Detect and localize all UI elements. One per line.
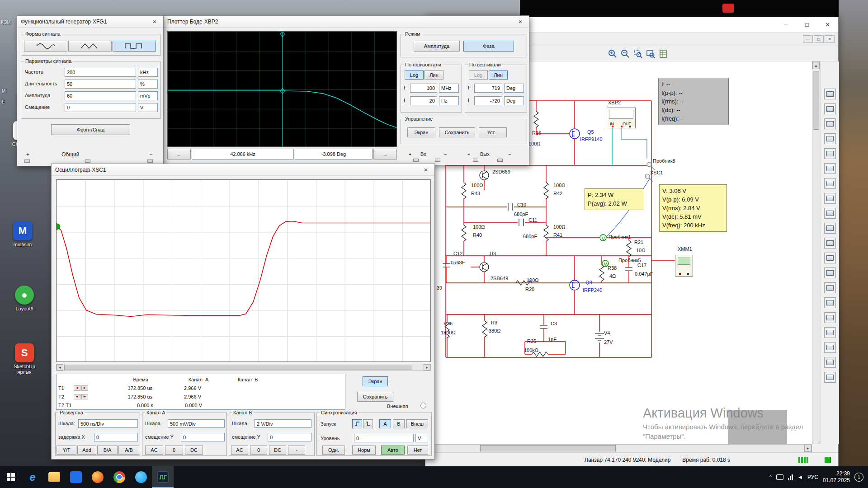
instrument-wattmeter-button[interactable] <box>824 118 836 129</box>
start-button[interactable] <box>0 466 22 488</box>
amplitude-input[interactable]: 60 <box>65 91 136 100</box>
instrument-network-analyzer-button[interactable] <box>824 282 836 293</box>
t1-decrease-button[interactable]: ◄ <box>74 385 80 391</box>
channel-b-minus-button[interactable]: - <box>288 446 305 455</box>
tray-network-icon[interactable] <box>788 474 793 480</box>
tray-expand-caret[interactable]: ^ <box>769 474 772 480</box>
instrument-word-generator-button[interactable] <box>824 193 836 204</box>
instrument-logic-analyzer-button[interactable] <box>824 223 836 234</box>
scope-horizontal-scrollbar[interactable]: ◄ ► <box>56 364 431 371</box>
external-trigger-radio[interactable] <box>420 403 426 408</box>
tray-monitor-icon[interactable] <box>776 474 783 480</box>
horizontal-lin-button[interactable]: Лин <box>425 70 443 80</box>
zoom-fit-button[interactable] <box>645 48 656 60</box>
canvas-vertical-scrollbar[interactable]: ▲ <box>812 61 820 444</box>
terminal-pad[interactable] <box>85 160 90 163</box>
screen-button[interactable]: Экран <box>407 127 435 137</box>
instrument-spectrum-analyzer-button[interactable] <box>824 267 836 278</box>
maximize-button[interactable]: □ <box>797 19 817 31</box>
instrument-agilent-multimeter-button[interactable] <box>824 312 836 323</box>
desktop-icon-multisim[interactable]: M multisim <box>6 221 39 247</box>
video-app-icon[interactable] <box>722 4 734 13</box>
channel-b-offset-input[interactable]: 0 <box>268 433 311 441</box>
vertical-initial-value[interactable]: -720 <box>474 96 502 105</box>
scroll-thumb[interactable] <box>480 445 616 451</box>
close-icon[interactable]: × <box>421 166 431 174</box>
terminal-pad[interactable] <box>413 159 419 162</box>
taskbar-app-blue[interactable] <box>65 466 87 488</box>
save-button[interactable]: Сохранить <box>439 127 475 137</box>
x-delay-input[interactable]: 0 <box>94 433 138 441</box>
terminal-pad[interactable] <box>435 159 440 162</box>
none-mode-button[interactable]: Нет <box>407 446 428 455</box>
terminal-pad[interactable] <box>473 159 478 162</box>
xbp2-instrument-box[interactable]: IN OUT <box>607 108 636 128</box>
instrument-agilent-function-generator-button[interactable] <box>824 297 836 308</box>
frequency-input[interactable]: 200 <box>65 68 136 77</box>
channel-a-dc-button[interactable]: DC <box>185 446 203 455</box>
child-minimize-button[interactable]: ─ <box>803 35 813 43</box>
cursor-left-button[interactable]: ← <box>167 149 191 160</box>
duty-input[interactable]: 50 <box>65 80 136 89</box>
minimize-button[interactable]: ─ <box>776 19 797 31</box>
save-button[interactable]: Сохранить <box>357 392 393 402</box>
channel-a-ac-button[interactable]: AC <box>145 446 163 455</box>
phase-mode-button[interactable]: Фаза <box>463 41 514 52</box>
instrument-frequency-counter-button[interactable] <box>824 178 836 189</box>
timebase-scale-input[interactable]: 500 ns/Div <box>78 419 138 428</box>
child-close-button[interactable]: × <box>825 35 835 43</box>
trigger-level-input[interactable]: 0 <box>354 434 414 442</box>
horizontal-initial-value[interactable]: 20 <box>410 96 437 105</box>
close-icon[interactable]: × <box>515 18 525 25</box>
vertical-initial-unit[interactable]: Deg <box>504 96 524 105</box>
zoom-out-button[interactable] <box>619 48 631 60</box>
channel-b-ac-button[interactable]: AC <box>231 446 248 455</box>
trigger-external-button[interactable]: Внеш <box>406 419 428 428</box>
tray-volume-icon[interactable]: ◄ <box>797 474 803 480</box>
cursor-right-button[interactable]: → <box>373 149 397 160</box>
set-button[interactable]: Уст... <box>479 127 507 137</box>
language-indicator[interactable]: РУС <box>807 474 818 480</box>
zoom-area-button[interactable] <box>632 48 644 60</box>
instrument-distortion-analyzer-button[interactable] <box>824 253 836 263</box>
channel-b-zero-button[interactable]: 0 <box>250 446 267 455</box>
taskbar-clock[interactable]: 22:39 01.07.2025 <box>823 470 850 484</box>
terminal-pad[interactable] <box>24 160 30 163</box>
taskbar-chrome[interactable] <box>108 466 130 488</box>
scroll-left-button[interactable]: ◄ <box>57 364 63 371</box>
sine-wave-button[interactable] <box>24 41 67 52</box>
trigger-channel-b-button[interactable]: B <box>393 419 405 428</box>
terminal-pad[interactable] <box>497 159 503 162</box>
instrument-iv-analyzer-button[interactable] <box>824 238 836 249</box>
rising-edge-button[interactable] <box>352 419 362 428</box>
scroll-right-button[interactable]: ► <box>804 445 811 452</box>
instrument-logic-converter-button[interactable] <box>824 208 836 219</box>
taskbar-messenger[interactable] <box>130 466 152 488</box>
channel-b-dc-button[interactable]: DC <box>269 446 286 455</box>
instrument-tektronix-oscilloscope-button[interactable] <box>824 342 836 353</box>
channel-a-offset-input[interactable]: 0 <box>181 433 225 441</box>
taskbar-explorer[interactable] <box>43 466 65 488</box>
duty-unit[interactable]: % <box>138 80 158 89</box>
screen-button[interactable]: Экран <box>363 376 388 386</box>
zoom-sheet-button[interactable] <box>657 48 669 60</box>
xmm1-instrument-box[interactable] <box>675 255 693 277</box>
scroll-right-button[interactable]: ► <box>424 364 430 371</box>
xsc1-titlebar[interactable]: Осциллограф-XSC1 × <box>52 164 434 176</box>
offset-unit[interactable]: V <box>138 103 158 112</box>
amplitude-unit[interactable]: mVp <box>138 91 158 100</box>
horizontal-initial-unit[interactable]: Hz <box>439 96 459 105</box>
desktop-icon-sketchup[interactable]: S SketchUp ярлык <box>8 343 41 375</box>
t2-decrease-button[interactable]: ◄ <box>74 394 80 399</box>
triangle-wave-button[interactable] <box>68 41 112 52</box>
vertical-final-unit[interactable]: Deg <box>504 84 524 93</box>
close-button[interactable]: × <box>817 19 838 31</box>
add-mode-button[interactable]: Add <box>77 446 96 455</box>
instrument-agilent-oscilloscope-button[interactable] <box>824 327 836 338</box>
t2-increase-button[interactable]: ► <box>81 394 88 399</box>
normal-mode-button[interactable]: Норм <box>352 446 376 455</box>
horizontal-final-value[interactable]: 100 <box>410 84 437 93</box>
channel-b-scale-input[interactable]: 2 V/Div <box>255 419 311 428</box>
instrument-function-generator-button[interactable] <box>824 103 836 114</box>
instrument-labview-instrument-button[interactable] <box>824 357 836 368</box>
